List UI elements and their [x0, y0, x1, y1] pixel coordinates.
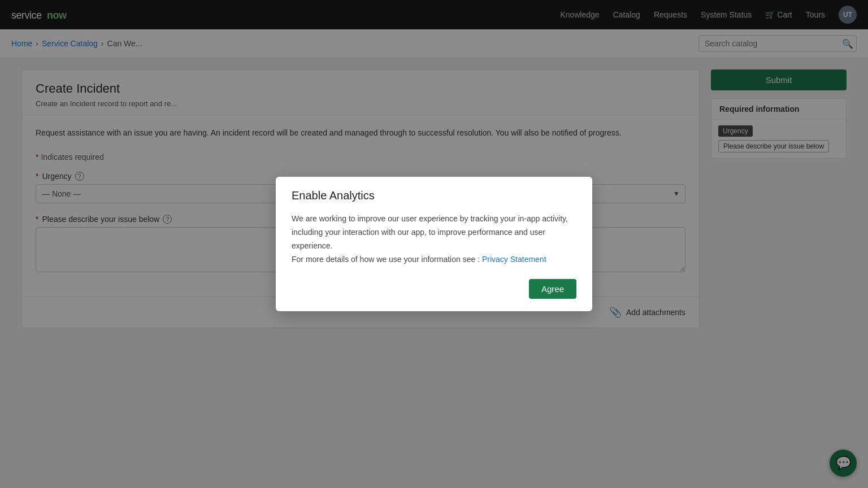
modal-overlay: Enable Analytics We are working to impro…: [0, 0, 868, 488]
modal-title: Enable Analytics: [292, 189, 576, 202]
analytics-modal: Enable Analytics We are working to impro…: [276, 177, 592, 311]
modal-header: Enable Analytics: [276, 177, 592, 202]
modal-footer: Agree: [276, 279, 592, 311]
privacy-statement-link[interactable]: Privacy Statement: [482, 255, 546, 264]
agree-button[interactable]: Agree: [529, 279, 576, 299]
modal-body: We are working to improve our user exper…: [276, 202, 592, 278]
modal-body-text: We are working to improve our user exper…: [292, 212, 576, 266]
